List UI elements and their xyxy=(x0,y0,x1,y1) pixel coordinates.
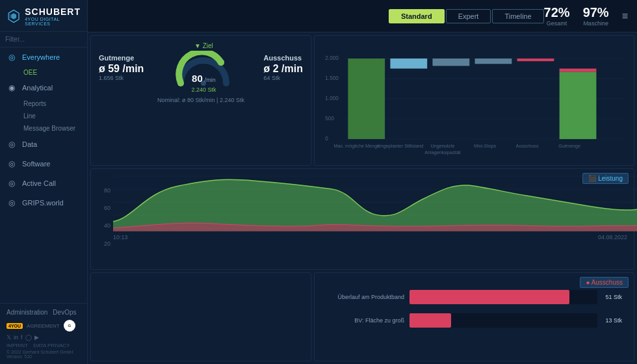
oee-panel: Gutmenge ø 59 /min 1.656 Stk ▼ Ziel xyxy=(90,35,311,166)
administration-link[interactable]: Administration xyxy=(6,309,47,316)
logo-subtitle: 4YOU DIGITAL SERVICES xyxy=(25,17,81,26)
sidebar-item-grips[interactable]: ◎ GRIPS.world xyxy=(0,193,87,213)
bar-fill-0 xyxy=(410,290,569,304)
svg-rect-20 xyxy=(560,72,597,139)
4you-badge: 4YOU xyxy=(6,323,23,329)
sidebar-item-label: Active Call xyxy=(22,179,56,187)
svg-text:Ausschuss: Ausschuss xyxy=(516,143,539,149)
gesamt-stat: 72% Gesamt xyxy=(544,5,570,27)
gauge-label: ▼ Ziel xyxy=(194,42,213,49)
line-chart-svg xyxy=(113,173,637,231)
logo-icon xyxy=(6,7,21,25)
nominal-text: Nominal: ø 80 Stk/min | 2.240 Stk xyxy=(99,97,303,103)
bar-track-0 xyxy=(410,290,597,304)
ausschuss-stk: 64 Stk xyxy=(264,75,303,81)
waterfall-chart-panel: 2.000 1.500 1.000 500 0 xyxy=(314,35,634,166)
top-bar: Standard Expert Timeline 72% Gesamt 97% … xyxy=(88,0,637,32)
search-area[interactable]: ▼ xyxy=(0,32,87,47)
youtube-icon[interactable]: ▶ xyxy=(34,334,39,341)
grips-logo: G xyxy=(64,320,75,332)
twitter-icon[interactable]: 𝕏 xyxy=(6,334,11,341)
software-icon: ◎ xyxy=(6,159,17,169)
sidebar-item-active-call[interactable]: ◎ Active Call xyxy=(0,174,87,193)
linkedin-icon[interactable]: in xyxy=(14,334,18,341)
bar-value-1: 13 Stk xyxy=(605,317,622,324)
dashboard: Gutmenge ø 59 /min 1.656 Stk ▼ Ziel xyxy=(88,32,637,364)
social-icons: 𝕏 in f ◯ ▶ xyxy=(6,334,81,341)
line-chart-panel: ⬛ Leistung 80 60 40 20 xyxy=(90,168,634,269)
gutmenge-block: Gutmenge ø 59 /min 1.656 Stk xyxy=(99,54,144,81)
svg-marker-1 xyxy=(11,13,16,20)
everywhere-icon: ◎ xyxy=(6,52,17,62)
tab-timeline[interactable]: Timeline xyxy=(492,9,543,23)
y-axis-labels: 80 60 40 20 xyxy=(104,187,110,246)
analytical-icon: ◉ xyxy=(6,83,17,93)
maschine-stat: 97% Maschine xyxy=(583,5,609,27)
svg-text:1.000: 1.000 xyxy=(325,96,339,101)
gesamt-value: 72% xyxy=(544,5,570,20)
svg-rect-21 xyxy=(560,69,597,72)
svg-text:Gutmenge: Gutmenge xyxy=(558,143,580,149)
gutmenge-title: Gutmenge xyxy=(99,54,144,62)
facebook-icon[interactable]: f xyxy=(21,334,23,341)
bar-row-0: Überlauf am Produktband 51 Stk xyxy=(326,290,622,304)
ausschuss-chart-panel: ● Ausschuss Überlauf am Produktband 51 S… xyxy=(314,272,634,361)
ausschuss-avg: ø 2 /min xyxy=(264,63,303,75)
gesamt-label: Gesamt xyxy=(547,20,567,27)
x-date-label: 04.08.2022 xyxy=(598,234,627,240)
bar-label-0: Überlauf am Produktband xyxy=(326,294,404,300)
sidebar-item-reports[interactable]: Reports xyxy=(0,98,87,110)
gutmenge-avg: ø 59 /min xyxy=(99,63,144,75)
x-axis-labels: 10:13 04.08.2022 xyxy=(113,233,627,240)
svg-text:Mini-Stops: Mini-Stops xyxy=(474,143,496,149)
sidebar-item-analytical[interactable]: ◉ Analytical xyxy=(0,78,87,98)
bar-value-0: 51 Stk xyxy=(605,294,622,300)
svg-rect-16 xyxy=(390,58,427,68)
devops-link[interactable]: DevOps xyxy=(53,309,76,316)
svg-text:1.500: 1.500 xyxy=(325,75,339,81)
svg-text:Ungeplanter Stillstand: Ungeplanter Stillstand xyxy=(378,143,424,149)
sidebar-item-line[interactable]: Line xyxy=(0,110,87,122)
nav-section: ◎ Everywhere OEE ◉ Analytical Reports Li… xyxy=(0,47,87,303)
footer-links: IMPRINT DATA PRIVACY xyxy=(6,343,81,348)
tab-expert[interactable]: Expert xyxy=(446,9,491,23)
waterfall-svg: 2.000 1.500 1.000 500 0 xyxy=(320,40,629,161)
gauge-value: 80 /min xyxy=(192,73,216,84)
svg-rect-15 xyxy=(348,58,385,139)
sidebar-item-oee[interactable]: OEE xyxy=(0,67,87,78)
search-input[interactable] xyxy=(5,36,88,43)
sidebar-bottom: Administration DevOps 4YOU AGREEMENT G 𝕏… xyxy=(0,303,87,364)
svg-text:Max. mögliche Menge: Max. mögliche Menge xyxy=(333,143,380,149)
svg-point-3 xyxy=(218,59,224,66)
ausschuss-badge: ● Ausschuss xyxy=(580,277,629,288)
svg-text:0: 0 xyxy=(325,136,328,142)
data-privacy-link[interactable]: DATA PRIVACY xyxy=(33,343,70,348)
tab-standard[interactable]: Standard xyxy=(389,9,445,23)
footer-copyright: © 2022 Gerhard Schubert GmbH Version: 51… xyxy=(6,350,81,359)
svg-rect-19 xyxy=(517,58,554,61)
grips-icon: ◎ xyxy=(6,198,17,208)
imprint-link[interactable]: IMPRINT xyxy=(6,343,28,348)
ausschuss-block: Ausschuss ø 2 /min 64 Stk xyxy=(264,54,303,81)
gauge-svg: 80 /min xyxy=(174,51,233,86)
svg-text:2.000: 2.000 xyxy=(325,55,339,61)
sidebar-item-label: GRIPS.world xyxy=(22,199,64,207)
bottom-row: ● Ausschuss Überlauf am Produktband 51 S… xyxy=(90,272,634,361)
sidebar-item-message-browser[interactable]: Message Browser xyxy=(0,122,87,135)
gauge-stk: 2.240 Stk xyxy=(191,86,216,93)
instagram-icon[interactable]: ◯ xyxy=(25,334,32,341)
oee-metrics: Gutmenge ø 59 /min 1.656 Stk ▼ Ziel xyxy=(99,42,303,93)
top-bar-right: 72% Gesamt 97% Maschine ≡ xyxy=(544,5,628,27)
line-chart-area: 80 60 40 20 xyxy=(98,173,627,265)
time-start: 10:13 xyxy=(113,234,128,240)
sidebar-item-everywhere[interactable]: ◎ Everywhere xyxy=(0,47,87,67)
footer-logos: 4YOU AGREEMENT G xyxy=(6,320,81,332)
gauge-container: ▼ Ziel xyxy=(174,42,233,93)
main-content: Standard Expert Timeline 72% Gesamt 97% … xyxy=(88,0,637,364)
logo-text: SCHUBERT 4YOU DIGITAL SERVICES xyxy=(25,6,81,26)
svg-text:500: 500 xyxy=(325,116,334,122)
sidebar-item-software[interactable]: ◎ Software xyxy=(0,154,87,174)
sidebar-item-label: Data xyxy=(22,140,37,148)
sidebar-item-data[interactable]: ◎ Data xyxy=(0,135,87,154)
menu-icon[interactable]: ≡ xyxy=(622,10,628,22)
